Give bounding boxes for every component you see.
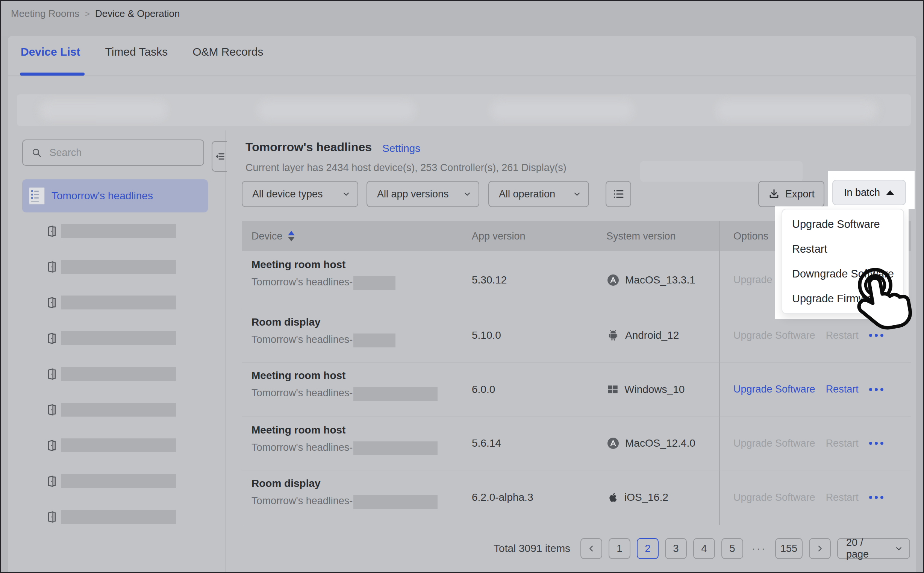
sidebar-item-label: Tomorrow's headlines (52, 190, 153, 202)
row-divider (242, 525, 911, 525)
breadcrumb-separator-icon: > (84, 9, 90, 19)
app-version-cell: 5.10.0 (472, 309, 501, 362)
redacted-room-name (61, 510, 176, 524)
menu-item-restart[interactable]: Restart (782, 236, 903, 261)
search-icon (31, 147, 42, 159)
tab-om-records[interactable]: O&M Records (192, 45, 263, 68)
list-item[interactable] (1, 223, 225, 239)
page-button-1[interactable]: 1 (608, 538, 630, 559)
search-input[interactable] (49, 147, 197, 159)
redacted-room-name (61, 367, 176, 381)
caret-up-icon (886, 190, 894, 195)
list-item[interactable] (1, 366, 225, 382)
column-device[interactable]: Device (252, 221, 295, 251)
restart-action[interactable]: Restart (826, 492, 858, 503)
device-type: Room display (252, 478, 321, 490)
device-group: Tomorrow's headlines- (252, 387, 353, 399)
tab-device-list[interactable]: Device List (21, 45, 80, 68)
meeting-room-icon (45, 509, 58, 525)
list-item[interactable] (1, 259, 225, 275)
meeting-room-icon (45, 330, 58, 346)
upgrade-software-action[interactable]: Upgrade Software (733, 492, 815, 503)
column-options: Options (733, 221, 768, 251)
pagination: Total 3091 items 1 2 3 4 5 ··· 155 20 / … (1, 538, 910, 559)
system-version-cell: Windows_10 (607, 362, 685, 416)
filter-app-versions[interactable]: All app versions (366, 181, 479, 207)
filter-operation[interactable]: All operation (488, 181, 589, 207)
more-options-icon[interactable] (869, 388, 883, 391)
meeting-room-icon (45, 473, 58, 489)
system-version-cell: Android_12 (607, 309, 679, 362)
page-button-5[interactable]: 5 (721, 538, 743, 559)
redacted-room-name (61, 260, 176, 274)
sort-icon[interactable] (288, 231, 295, 241)
upgrade-software-action[interactable]: Upgrade Software (733, 384, 815, 395)
filter-device-types[interactable]: All device types (242, 181, 358, 207)
tab-timed-tasks[interactable]: Timed Tasks (105, 45, 168, 68)
restart-action[interactable]: Restart (826, 384, 858, 395)
table-row[interactable]: Meeting room host Tomorrow's headlines- … (242, 362, 911, 416)
group-thumbnail (29, 187, 45, 205)
next-page-button[interactable] (809, 538, 831, 559)
table-row[interactable]: Room display Tomorrow's headlines- 6.2.0… (242, 470, 911, 525)
redacted-device-name (353, 276, 396, 290)
app-version-cell: 5.6.14 (472, 416, 501, 470)
row-options: Upgrade Software Restart (733, 470, 883, 525)
pagination-ellipsis-icon[interactable]: ··· (750, 543, 769, 554)
page-button-4[interactable]: 4 (693, 538, 715, 559)
redacted-device-name (353, 441, 438, 455)
upgrade-software-action[interactable]: Upgrade Software (733, 438, 815, 449)
redacted-device-name (353, 495, 438, 509)
dimmed-toolbar-skeleton (17, 94, 911, 126)
android-icon (607, 329, 620, 342)
column-system-version: System version (607, 221, 676, 251)
page-button-last[interactable]: 155 (775, 538, 802, 559)
list-view-button[interactable] (606, 181, 631, 207)
chevron-down-icon (573, 190, 581, 198)
page-size-select[interactable]: 20 / page (837, 538, 910, 559)
meeting-room-icon (45, 295, 58, 310)
column-app-version: App version (472, 221, 525, 251)
list-view-icon (612, 188, 625, 200)
page-button-2-current[interactable]: 2 (637, 538, 658, 559)
list-item[interactable] (1, 330, 225, 346)
list-item[interactable] (1, 473, 225, 489)
sidebar-search (22, 139, 204, 166)
sidebar-item-selected[interactable]: Tomorrow's headlines (22, 179, 208, 213)
breadcrumb-current: Device & Operation (95, 8, 180, 20)
pagination-total: Total 3091 items (494, 543, 570, 554)
menu-item-upgrade-software[interactable]: Upgrade Software (782, 212, 903, 236)
list-item[interactable] (1, 402, 225, 418)
active-tab-indicator (20, 72, 84, 75)
redacted-device-name (353, 387, 438, 401)
export-label: Export (785, 188, 815, 200)
redacted-room-name (61, 296, 176, 310)
redacted-room-name (61, 403, 176, 416)
macos-icon (607, 273, 620, 287)
export-button[interactable]: Export (758, 181, 824, 207)
collapse-sidebar-icon (215, 151, 225, 162)
tabbar-divider (8, 75, 916, 76)
prev-page-button[interactable] (580, 538, 602, 559)
device-group: Tomorrow's headlines- (252, 276, 353, 288)
redacted-room-name (61, 331, 176, 345)
app-version-cell: 6.0.0 (472, 362, 495, 416)
windows-icon (607, 383, 619, 396)
upgrade-software-action[interactable]: Upgrade Software (733, 330, 815, 341)
settings-link[interactable]: Settings (382, 142, 420, 155)
restart-action[interactable]: Restart (826, 438, 858, 449)
list-item[interactable] (1, 295, 225, 310)
device-type: Meeting room host (252, 259, 346, 271)
more-options-icon[interactable] (869, 496, 883, 499)
list-item[interactable] (1, 509, 225, 525)
breadcrumb-parent[interactable]: Meeting Rooms (11, 8, 79, 20)
sidebar-collapse-button[interactable] (212, 141, 227, 172)
table-row[interactable]: Meeting room host Tomorrow's headlines- … (242, 416, 911, 470)
list-item[interactable] (1, 438, 225, 454)
page-button-3[interactable]: 3 (665, 538, 687, 559)
meeting-room-icon (45, 402, 58, 418)
in-batch-button[interactable]: In batch (832, 180, 906, 205)
redacted-device-name (353, 333, 396, 348)
tap-hand-cursor-icon (842, 258, 924, 340)
more-options-icon[interactable] (869, 442, 883, 445)
